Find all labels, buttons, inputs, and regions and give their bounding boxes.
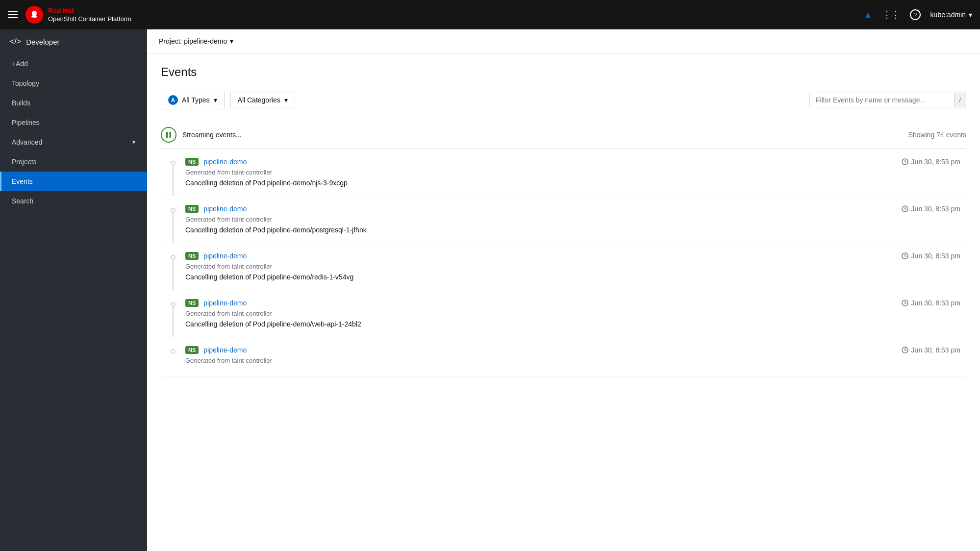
project-chevron-icon: ▾ [230,37,233,45]
brand-logo-area: Red Hat OpenShift Container Platform [25,6,131,24]
event-timeline [161,290,185,337]
sidebar-advanced-group[interactable]: Advanced ▾ [0,132,147,152]
advanced-chevron-icon: ▾ [132,139,135,146]
pause-streaming-button[interactable] [161,127,176,143]
user-chevron-icon: ▾ [969,11,972,19]
ns-badge: NS [185,158,199,166]
brand-text: Red Hat OpenShift Container Platform [48,7,131,23]
sidebar-item-search[interactable]: Search [0,191,147,211]
clock-icon [902,252,908,259]
event-header-left: NS pipeline-demo [185,158,247,166]
ns-badge: NS [185,252,199,260]
project-label: Project: pipeline-demo [159,37,227,45]
event-timeline [161,337,185,376]
all-types-label: All Types [182,96,210,104]
ns-badge: NS [185,205,199,213]
grid-icon[interactable]: ⋮⋮ [882,9,900,20]
event-header: NS pipeline-demo Jun 30, 8:53 pm [185,205,960,213]
page-content: Events A All Types ▾ All Categories ▾ / [147,53,980,551]
user-menu[interactable]: kube:admin ▾ [930,11,972,19]
event-time: Jun 30, 8:53 pm [911,252,960,260]
event-item: NS pipeline-demo Jun 30, 8:53 pm Generat… [161,196,966,243]
brand-name: Red Hat [48,7,131,15]
event-name-link[interactable]: pipeline-demo [203,205,247,213]
nav-left: Red Hat OpenShift Container Platform [8,6,131,24]
all-categories-chevron-icon: ▾ [284,96,288,104]
event-content: NS pipeline-demo Jun 30, 8:53 pm Generat… [185,196,966,243]
clock-icon [902,205,908,212]
timeline-dot [171,302,176,307]
top-navigation: Red Hat OpenShift Container Platform ▲ ⋮… [0,0,980,29]
event-item: NS pipeline-demo Jun 30, 8:53 pm Generat… [161,337,966,376]
sidebar-item-builds[interactable]: Builds [0,93,147,113]
filter-search-box: / [809,92,966,108]
event-message: Cancelling deletion of Pod pipeline-demo… [185,320,960,328]
filter-search-slash: / [954,93,966,107]
event-timestamp: Jun 30, 8:53 pm [902,252,960,260]
nav-right: ▲ ⋮⋮ ? kube:admin ▾ [864,9,972,20]
timeline-line [173,307,174,337]
event-source: Generated from taint-controller [185,310,960,317]
sidebar-item-events[interactable]: Events [0,172,147,191]
all-categories-filter-button[interactable]: All Categories ▾ [230,92,295,108]
sidebar-item-projects[interactable]: Projects [0,152,147,172]
sidebar-developer-label: Developer [26,38,59,46]
event-timestamp: Jun 30, 8:53 pm [902,346,960,354]
ns-badge: NS [185,346,199,354]
event-header-left: NS pipeline-demo [185,299,247,307]
page-title: Events [161,65,966,79]
event-header-left: NS pipeline-demo [185,252,247,260]
event-item: NS pipeline-demo Jun 30, 8:53 pm Generat… [161,290,966,337]
event-name-link[interactable]: pipeline-demo [203,299,247,307]
streaming-bar: Streaming events... Showing 74 events [161,121,966,149]
clock-icon [902,300,908,306]
redhat-logo-icon [25,6,43,24]
streaming-left: Streaming events... [161,127,242,143]
event-content: NS pipeline-demo Jun 30, 8:53 pm Generat… [185,290,966,337]
event-item: NS pipeline-demo Jun 30, 8:53 pm Generat… [161,149,966,196]
timeline-line [173,260,174,290]
sidebar-item-add[interactable]: +Add [0,54,147,74]
filter-search-input[interactable] [810,92,954,108]
streaming-text: Streaming events... [182,131,242,139]
main-layout: </> Developer +Add Topology Builds Pipel… [0,29,980,551]
event-time: Jun 30, 8:53 pm [911,158,960,166]
event-timestamp: Jun 30, 8:53 pm [902,299,960,307]
user-name: kube:admin [930,11,966,19]
event-header-left: NS pipeline-demo [185,346,247,354]
event-timestamp: Jun 30, 8:53 pm [902,205,960,213]
event-header: NS pipeline-demo Jun 30, 8:53 pm [185,252,960,260]
sidebar-item-topology[interactable]: Topology [0,74,147,93]
sidebar-item-pipelines[interactable]: Pipelines [0,113,147,132]
event-name-link[interactable]: pipeline-demo [203,346,247,354]
pause-icon [166,131,172,138]
hamburger-menu-button[interactable] [8,11,18,18]
event-timeline [161,149,185,196]
event-name-link[interactable]: pipeline-demo [203,252,247,260]
help-icon[interactable]: ? [910,9,921,20]
event-time: Jun 30, 8:53 pm [911,205,960,213]
all-types-chevron-icon: ▾ [214,96,217,104]
timeline-line [173,213,174,243]
event-header: NS pipeline-demo Jun 30, 8:53 pm [185,346,960,354]
timeline-dot [171,255,176,260]
event-source: Generated from taint-controller [185,169,960,176]
all-types-filter-button[interactable]: A All Types ▾ [161,91,225,109]
sidebar: </> Developer +Add Topology Builds Pipel… [0,29,147,551]
timeline-line [173,166,174,196]
filter-row: A All Types ▾ All Categories ▾ / [161,91,966,109]
event-name-link[interactable]: pipeline-demo [203,158,247,166]
event-source: Generated from taint-controller [185,357,960,364]
event-list: NS pipeline-demo Jun 30, 8:53 pm Generat… [161,149,966,376]
upload-icon[interactable]: ▲ [864,10,873,20]
event-message: Cancelling deletion of Pod pipeline-demo… [185,273,960,281]
event-time: Jun 30, 8:53 pm [911,299,960,307]
showing-count: Showing 74 events [908,131,966,139]
developer-icon: </> [10,37,21,46]
project-dropdown-button[interactable]: Project: pipeline-demo ▾ [159,37,233,45]
event-message: Cancelling deletion of Pod pipeline-demo… [185,179,960,187]
sidebar-developer-header[interactable]: </> Developer [0,29,147,54]
event-message: Cancelling deletion of Pod pipeline-demo… [185,226,960,234]
event-header: NS pipeline-demo Jun 30, 8:53 pm [185,299,960,307]
main-content: Project: pipeline-demo ▾ Events A All Ty… [147,29,980,551]
